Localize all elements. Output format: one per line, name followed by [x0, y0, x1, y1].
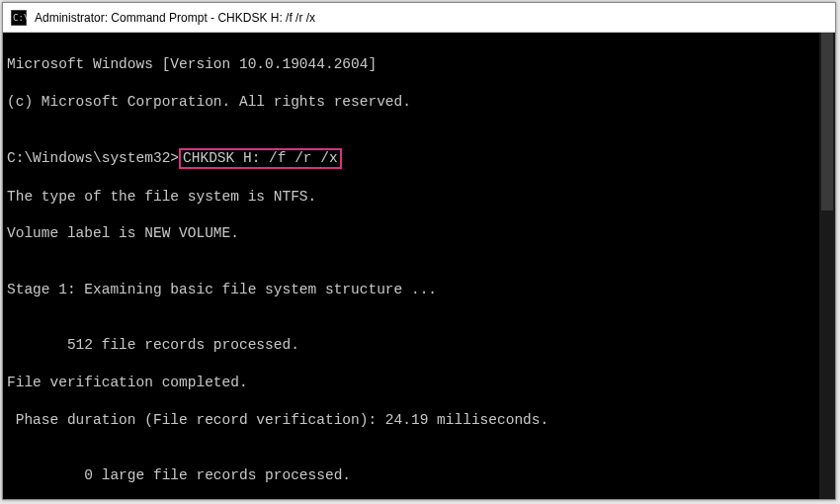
- output-line: The type of the file system is NTFS.: [7, 188, 831, 207]
- output-line: Phase duration (File record verification…: [7, 411, 831, 430]
- output-line: File verification completed.: [7, 374, 831, 392]
- window-title: Administrator: Command Prompt - CHKDSK H…: [35, 11, 827, 25]
- svg-text:C:\: C:\: [13, 13, 27, 23]
- cmd-icon: C:\: [11, 10, 27, 26]
- prompt-path: C:\Windows\system32>: [7, 150, 179, 166]
- output-line: Microsoft Windows [Version 10.0.19044.26…: [7, 55, 831, 74]
- titlebar[interactable]: C:\ Administrator: Command Prompt - CHKD…: [3, 3, 835, 33]
- highlighted-command: CHKDSK H: /f /r /x: [179, 148, 342, 169]
- scrollbar[interactable]: [819, 33, 835, 499]
- scrollbar-thumb[interactable]: [821, 33, 833, 210]
- output-line: Stage 1: Examining basic file system str…: [7, 281, 831, 299]
- prompt-line: C:\Windows\system32>CHKDSK H: /f /r /x: [7, 148, 831, 169]
- terminal-output[interactable]: Microsoft Windows [Version 10.0.19044.26…: [3, 33, 835, 499]
- command-prompt-window: C:\ Administrator: Command Prompt - CHKD…: [2, 2, 836, 500]
- output-line: 512 file records processed.: [7, 336, 831, 355]
- output-line: 0 large file records processed.: [7, 466, 831, 485]
- output-line: (c) Microsoft Corporation. All rights re…: [7, 93, 831, 112]
- output-line: Volume label is NEW VOLUME.: [7, 224, 831, 243]
